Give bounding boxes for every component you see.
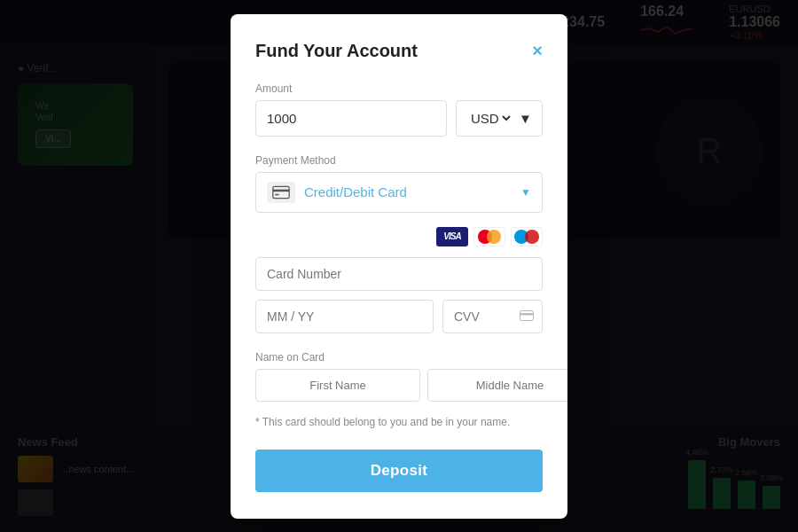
mastercard-logo	[473, 227, 505, 246]
card-details-row	[255, 300, 543, 333]
card-notice: * This card should belong to you and be …	[255, 416, 543, 428]
svg-rect-4	[520, 313, 534, 316]
name-label: Name on Card	[255, 351, 543, 364]
modal-title: Fund Your Account	[255, 41, 418, 61]
name-row	[255, 369, 543, 402]
payment-dropdown-arrow-icon: ▼	[520, 186, 531, 199]
payment-method-dropdown[interactable]: Credit/Debit Card ▼	[255, 172, 543, 213]
currency-select[interactable]: USD EUR GBP ▼	[456, 100, 543, 137]
svg-rect-2	[275, 193, 278, 195]
first-name-input[interactable]	[255, 369, 420, 402]
middle-name-input[interactable]	[427, 369, 567, 402]
payment-method-label: Payment Method	[255, 154, 543, 167]
card-number-input[interactable]	[255, 257, 543, 291]
payment-method-text: Credit/Debit Card	[304, 184, 512, 200]
payment-method-section: Payment Method Credit/Debit Card ▼	[255, 154, 543, 213]
modal-backdrop: Fund Your Account × Amount USD EUR GBP ▼…	[0, 0, 798, 532]
close-button[interactable]: ×	[532, 42, 543, 59]
deposit-button[interactable]: Deposit	[255, 450, 543, 492]
card-logos: VISA	[255, 227, 543, 246]
cvv-card-icon	[520, 309, 534, 324]
svg-rect-0	[273, 186, 289, 198]
expiry-input[interactable]	[255, 300, 434, 333]
amount-label: Amount	[255, 82, 543, 95]
svg-rect-3	[520, 310, 534, 320]
currency-dropdown[interactable]: USD EUR GBP	[467, 110, 513, 127]
svg-rect-1	[273, 189, 289, 192]
visa-logo: VISA	[436, 227, 468, 246]
modal-header: Fund Your Account ×	[255, 41, 543, 61]
currency-arrow-icon: ▼	[519, 111, 532, 126]
maestro-logo	[511, 227, 543, 246]
amount-input[interactable]	[255, 100, 447, 137]
amount-row: USD EUR GBP ▼	[255, 100, 543, 137]
cvv-wrapper	[442, 300, 543, 333]
name-section: Name on Card	[255, 351, 543, 402]
card-icon	[267, 182, 295, 203]
fund-account-modal: Fund Your Account × Amount USD EUR GBP ▼…	[231, 14, 567, 519]
